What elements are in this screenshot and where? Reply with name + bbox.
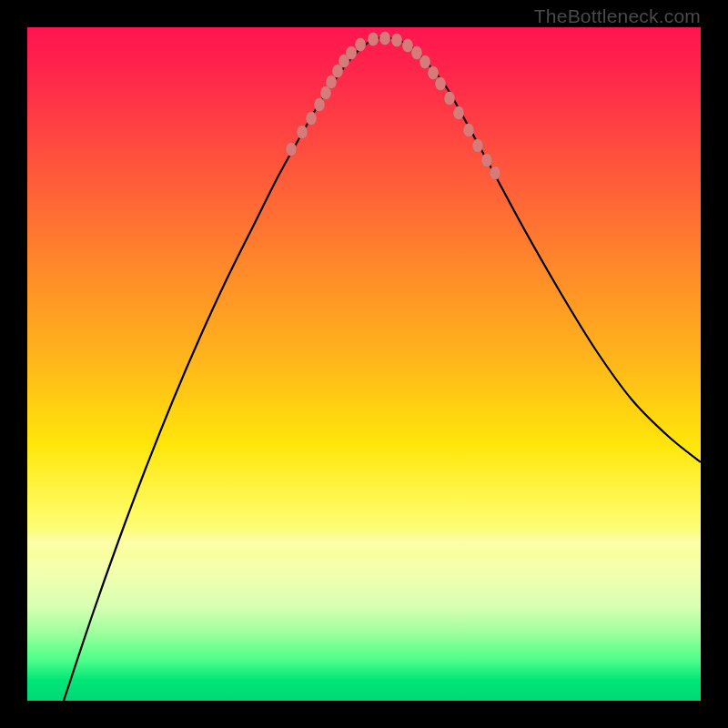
curve-marker — [346, 46, 357, 60]
bottleneck-curve — [64, 37, 701, 701]
curve-marker — [306, 112, 317, 126]
curve-marker — [368, 33, 379, 46]
curve-marker — [391, 34, 402, 47]
curve-marker — [428, 66, 439, 80]
curve-marker — [420, 56, 430, 69]
curve-marker — [297, 126, 308, 139]
curve-marker — [286, 143, 297, 157]
curve-marker — [379, 32, 390, 46]
curve-svg — [27, 27, 701, 701]
curve-marker — [490, 167, 500, 180]
watermark-text: TheBottleneck.com — [534, 5, 701, 27]
curve-marker — [314, 98, 325, 112]
marker-group — [286, 32, 500, 180]
curve-marker — [355, 38, 366, 52]
outer-black-frame: TheBottleneck.com — [0, 0, 728, 728]
curve-marker — [472, 139, 483, 153]
curve-marker — [463, 124, 474, 137]
curve-marker — [481, 154, 492, 167]
curve-marker — [453, 106, 464, 120]
gradient-plot-area — [27, 27, 701, 701]
curve-marker — [435, 77, 446, 91]
curve-marker — [444, 92, 455, 106]
